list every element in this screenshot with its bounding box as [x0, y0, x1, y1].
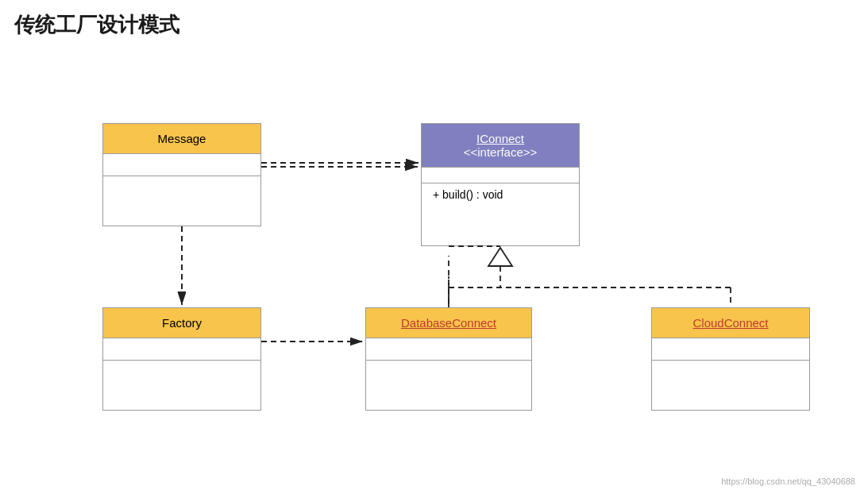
message-box: Message — [102, 123, 261, 226]
databaseconnect-section1 — [366, 338, 531, 360]
iconnect-stereotype: <<interface>> — [433, 145, 568, 159]
cloudconnect-box: CloudConnect — [651, 307, 810, 411]
factory-section2 — [103, 360, 260, 382]
cloudconnect-section2 — [652, 360, 809, 382]
iconnect-section1 — [422, 167, 579, 183]
factory-section1 — [103, 338, 260, 360]
factory-header: Factory — [103, 308, 260, 338]
message-section2 — [103, 176, 260, 198]
cloudconnect-header: CloudConnect — [652, 308, 809, 338]
build-method: + build() : void — [433, 188, 503, 201]
iconnect-header: IConnect <<interface>> — [422, 124, 579, 167]
iconnect-box: IConnect <<interface>> + build() : void — [421, 123, 580, 246]
iconnect-methods: + build() : void — [422, 183, 579, 211]
message-section1 — [103, 153, 260, 176]
cloudconnect-section1 — [652, 338, 809, 360]
inheritance-triangle — [488, 248, 512, 266]
databaseconnect-section2 — [366, 360, 531, 382]
message-header: Message — [103, 124, 260, 153]
databaseconnect-header: DatabaseConnect — [366, 308, 531, 338]
databaseconnect-box: DatabaseConnect — [365, 307, 532, 411]
arrows-overlay — [0, 0, 868, 494]
iconnect-name: IConnect — [433, 132, 568, 145]
factory-box: Factory — [102, 307, 261, 411]
cloudconnect-name: CloudConnect — [692, 316, 768, 330]
watermark: https://blog.csdn.net/qq_43040688 — [721, 477, 855, 486]
page-title: 传统工厂设计模式 — [14, 11, 179, 39]
databaseconnect-name: DatabaseConnect — [401, 316, 496, 330]
